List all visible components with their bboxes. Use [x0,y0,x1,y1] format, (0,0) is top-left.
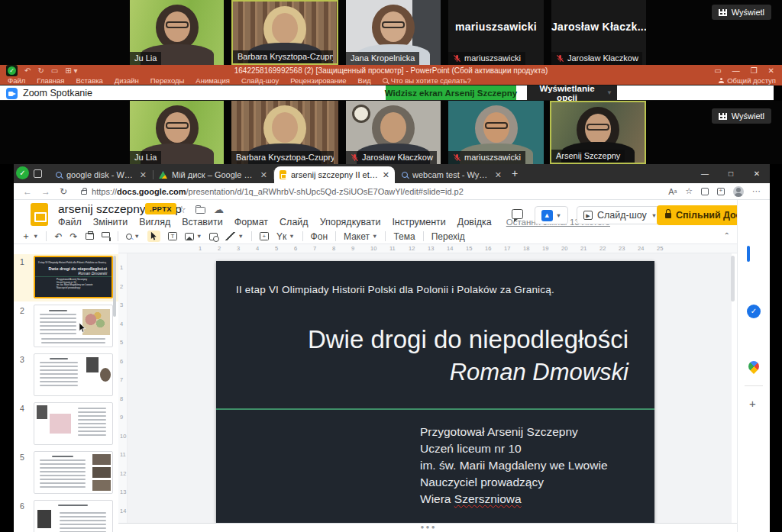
browser-tab[interactable]: Мій диск – Google Диск✕ [153,166,273,183]
background-button[interactable]: Фон [311,231,328,242]
close-tab-icon[interactable]: ✕ [140,170,147,180]
qat-customize-icon[interactable]: ⊞ ▾ [65,66,77,76]
collections-icon[interactable] [701,188,709,195]
menu-вставити[interactable]: Вставити [182,217,222,227]
zoom-view-button-top[interactable]: Wyświetl [712,5,771,20]
cloud-status-icon[interactable]: ☁ [214,204,224,215]
maps-icon[interactable] [747,360,761,373]
current-slide[interactable]: II etap VI Olimpiady Historii Polski dla… [216,261,654,523]
insert-comment-icon[interactable]: + [260,232,269,240]
add-addon-icon[interactable]: + [749,397,756,410]
undo-icon[interactable]: ↶ [54,231,62,242]
participant-tile[interactable]: Jarosław Kłaczkow [346,101,441,164]
participant-tile[interactable]: Arsenij Szczepny [550,101,646,164]
participant-tile[interactable]: mariuszsawickimariuszsawicki [448,0,544,65]
close-tab-icon[interactable]: ✕ [383,170,389,180]
move-folder-icon[interactable] [196,207,205,214]
restore-icon[interactable]: ❐ [751,66,758,75]
ppt-share-button[interactable]: Общий доступ [719,76,776,85]
participant-tile[interactable]: Barbara Krysztopa-Czupry... [231,0,338,65]
line-tool[interactable]: ▼ [225,232,243,240]
vertical-tabs-icon[interactable] [34,169,42,178]
browser-tab[interactable]: webcam test - Wyszukaj✕ [396,166,507,183]
slide-thumbnail-row[interactable]: 2 [14,303,118,350]
close-tab-icon[interactable]: ✕ [260,170,267,180]
close-icon[interactable]: ✕ [744,164,770,183]
ppt-ribbon-tab[interactable]: Переходы [150,76,185,85]
close-tab-icon[interactable]: ✕ [495,170,502,180]
comments-icon[interactable] [512,209,523,219]
maximize-icon[interactable]: □ [718,164,744,183]
undo-icon[interactable]: ↶ [24,66,31,76]
ppt-ribbon-tab[interactable]: Рецензирование [290,76,346,85]
slide-thumbnail-row[interactable]: 5 [14,450,118,497]
participant-tile[interactable]: mariuszsawicki [448,101,544,164]
slide-thumbnail[interactable] [34,402,113,445]
canvas-scrollbar[interactable] [731,256,735,301]
menu-довідка[interactable]: Довідка [457,217,492,227]
favorites-icon[interactable]: ☆ [685,186,693,196]
slide-thumbnail-row[interactable]: 1 II etap VI Olimpiady Historii Polski d… [14,254,118,301]
settings-menu-icon[interactable]: ⋯ [752,186,761,196]
browser-tab[interactable]: arsenij szczepny II etap .pptx - G✕ [274,166,395,183]
ppt-ribbon-tab[interactable]: Вид [358,76,371,85]
tasks-icon[interactable]: ✓ [747,305,761,318]
calendar-icon[interactable] [747,246,750,262]
present-button[interactable]: ▲ ▼ [535,206,568,224]
layout-button[interactable]: Макет ▼ [344,231,377,242]
print-icon[interactable] [86,233,94,240]
split-screen-icon[interactable] [717,188,725,195]
slideshow-button[interactable]: ▶ Слайд-шоу ▼ [577,206,664,224]
filmstrip-scrollbar[interactable] [113,256,116,317]
ppt-ribbon-tab[interactable]: Дизайн [115,76,139,85]
zoom-view-button-bottom[interactable]: Wyświetl [712,108,771,124]
slide-thumbnail[interactable] [34,305,113,347]
text-format-tool[interactable]: Yк ▼ [276,231,295,242]
text-box-tool[interactable]: T [168,232,177,240]
browser-profile-avatar[interactable] [733,186,744,197]
view-options-button[interactable]: Wyświetlanie opcji ▼ [527,85,617,100]
select-tool[interactable] [147,231,160,242]
ppt-ribbon-tab[interactable]: Слайд-шоу [241,76,279,85]
ppt-ribbon-tab[interactable]: Вставка [76,76,103,85]
menu-слайд[interactable]: Слайд [280,217,309,227]
browser-tab[interactable]: google disk - Wyszukaj✕ [50,166,152,183]
new-slide-button[interactable]: ＋ ▼ [21,230,38,243]
menu-інструменти[interactable]: Інструменти [392,217,445,227]
minimize-icon[interactable]: — [732,66,740,75]
participant-tile[interactable]: Barbara Krysztopa-Czupry... [231,101,338,164]
read-aloud-icon[interactable]: Aᵃ [668,187,677,196]
slide-thumbnail-row[interactable]: 3 [14,352,118,399]
menu-файл[interactable]: Файл [58,217,82,227]
transition-button[interactable]: Перехід [431,231,465,242]
zoom-tool[interactable]: ▼ [126,233,140,240]
shape-tool[interactable] [209,233,218,240]
speaker-notes-divider[interactable]: ● ● ● [118,523,737,532]
menu-упорядкувати[interactable]: Упорядкувати [320,217,381,227]
ppt-ribbon-tab[interactable]: Анимация [196,76,230,85]
slideshow-start-icon[interactable]: ▭ [51,66,58,76]
slide-thumbnail-row[interactable]: 6 [14,498,118,532]
slide-thumbnail[interactable] [34,353,113,396]
participant-tile[interactable]: Ju Lia [130,0,224,65]
slide-thumbnail[interactable]: II etap VI Olimpiady Historii Polski dla… [34,256,113,298]
ppt-ribbon-tab[interactable]: Файл [8,76,25,85]
ribbon-options-icon[interactable]: ▭ [714,66,721,75]
participant-tile[interactable]: Jarosław Kłaczk...Jarosław Kłaczkow [551,0,646,65]
slide-thumbnail-row[interactable]: 4 [14,401,118,448]
refresh-icon[interactable]: ↻ [60,186,67,197]
menu-вигляд[interactable]: Вигляд [139,217,170,227]
participant-tile[interactable]: Jana Kropelnicka [346,0,441,65]
url-field[interactable]: https://docs.google.com/presentation/d/1… [92,187,662,196]
minimize-icon[interactable]: — [692,164,718,183]
new-tab-button[interactable]: + [512,167,518,179]
star-icon[interactable]: ☆ [177,204,186,215]
back-icon[interactable]: ← [23,186,32,197]
ppt-tellme[interactable]: Что вы хотите сделать? [383,76,471,85]
menu-змінити[interactable]: Змінити [93,217,128,227]
close-icon[interactable]: ✕ [768,66,774,75]
paint-format-icon[interactable] [102,232,110,237]
menu-формат[interactable]: Формат [234,217,268,227]
slide-thumbnail[interactable] [34,451,113,494]
redo-icon[interactable]: ↷ [70,231,78,242]
